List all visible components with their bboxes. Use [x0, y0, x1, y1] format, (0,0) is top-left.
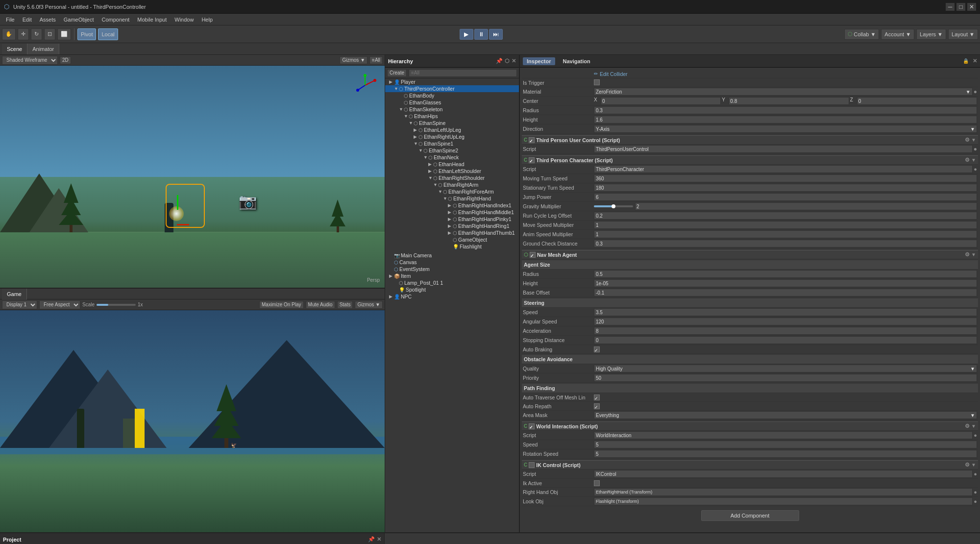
hierarchy-item-npc[interactable]: ▶ 👤 NPC — [385, 293, 519, 300]
maximize-button[interactable]: □ — [956, 3, 965, 11]
hierarchy-item-ethanrighthandindex1[interactable]: ▶ ⬡ EthanRightHandIndex1 — [385, 202, 519, 209]
game-gizmos-button[interactable]: Gizmos ▼ — [355, 301, 383, 309]
stats-button[interactable]: Stats — [337, 301, 353, 309]
tpc-script-icon[interactable]: ● — [974, 166, 977, 172]
hierarchy-item-thirdpersoncontroller[interactable]: ▼ ⬡ ThirdPersonController — [385, 85, 519, 92]
nma-more-icon[interactable]: ▼ — [971, 252, 976, 257]
nma-speed-input[interactable] — [594, 308, 977, 316]
maximize-on-play-button[interactable]: Maximize On Play — [259, 301, 304, 309]
nma-stopping-distance-input[interactable] — [594, 336, 977, 344]
inspector-close-icon[interactable]: ✕ — [973, 58, 977, 64]
hierarchy-create-button[interactable]: Create — [387, 69, 407, 77]
tpuc-enabled-checkbox[interactable] — [529, 137, 535, 143]
ik-active-checkbox[interactable] — [594, 480, 600, 486]
hierarchy-item-ethanrighthandthumb1[interactable]: ▶ ⬡ EthanRightHandThumb1 — [385, 229, 519, 236]
tpc-script-dropdown[interactable]: ThirdPersonCharacter — [594, 165, 973, 173]
hierarchy-maximize-icon[interactable]: ⬡ — [505, 58, 510, 64]
tpuc-more-icon[interactable]: ▼ — [971, 137, 976, 143]
agent-size-section[interactable]: Agent Size — [522, 260, 978, 270]
jump-power-input[interactable] — [594, 193, 977, 201]
wi-enabled-checkbox[interactable] — [529, 423, 535, 429]
hierarchy-item-ethanrightforearm[interactable]: ▼ ⬡ EthanRightForeArm — [385, 188, 519, 195]
ik-enabled-checkbox[interactable] — [529, 462, 535, 468]
anim-speed-input[interactable] — [594, 230, 977, 238]
ik-look-obj-icon[interactable]: ● — [974, 498, 977, 504]
height-input[interactable] — [594, 116, 977, 124]
hierarchy-item-item[interactable]: ▶ 📦 Item — [385, 272, 519, 279]
hierarchy-item-ethanglasses[interactable]: ⬡ EthanGlasses — [385, 99, 519, 106]
tab-scene[interactable]: Scene — [2, 44, 27, 54]
ik-gear-icon[interactable]: ⚙ — [965, 462, 970, 468]
scale-slider[interactable] — [97, 304, 136, 306]
hierarchy-item-ethanspine[interactable]: ▼ ⬡ EthanSpine — [385, 120, 519, 126]
hand-tool-button[interactable]: ✋ — [2, 28, 16, 40]
nma-area-mask-dropdown[interactable]: Everything ▼ — [594, 411, 977, 419]
hierarchy-item-ethanrightshoulder[interactable]: ▼ ⬡ EthanRightShoulder — [385, 174, 519, 181]
ik-right-hand-icon[interactable]: ● — [974, 489, 977, 495]
tab-inspector[interactable]: Inspector — [523, 57, 555, 65]
tab-animator[interactable]: Animator — [27, 44, 59, 54]
wi-speed-input[interactable] — [594, 441, 977, 448]
nma-priority-input[interactable] — [594, 374, 977, 382]
hierarchy-close-icon[interactable]: ✕ — [512, 58, 516, 64]
pivot-button[interactable]: Pivot — [77, 28, 96, 40]
gravity-slider-thumb[interactable] — [612, 204, 615, 208]
minimize-button[interactable]: ─ — [946, 3, 955, 11]
nma-gear-icon[interactable]: ⚙ — [965, 251, 970, 258]
wi-more-icon[interactable]: ▼ — [971, 423, 976, 429]
wi-gear-icon[interactable]: ⚙ — [965, 423, 970, 429]
account-button[interactable]: Account ▼ — [881, 29, 914, 40]
menu-gameobject[interactable]: GameObject — [60, 16, 98, 24]
hierarchy-item-ethanleftshoulder[interactable]: ▶ ⬡ EthanLeftShoulder — [385, 168, 519, 174]
mute-audio-button[interactable]: Mute Audio — [306, 301, 335, 309]
wi-script-dropdown[interactable]: WorldInteraction — [594, 431, 973, 439]
gizmos-button[interactable]: Gizmos ▼ — [340, 56, 368, 64]
project-close-icon[interactable]: ✕ — [377, 536, 381, 543]
pause-button[interactable]: ⏸ — [474, 29, 488, 40]
wi-rotation-speed-input[interactable] — [594, 450, 977, 458]
nma-angular-speed-input[interactable] — [594, 318, 977, 325]
hierarchy-item-ethanbody[interactable]: ⬡ EthanBody — [385, 92, 519, 99]
wi-script-icon[interactable]: ● — [974, 432, 977, 438]
nma-quality-dropdown[interactable]: High Quality ▼ — [594, 365, 977, 372]
center-y-input[interactable] — [729, 97, 849, 105]
tpc-more-icon[interactable]: ▼ — [971, 157, 976, 163]
hierarchy-item-ethanrighthandring1[interactable]: ▶ ⬡ EthanRightHandRing1 — [385, 223, 519, 229]
display-dropdown[interactable]: Display 1 — [2, 300, 37, 309]
ground-check-input[interactable] — [594, 240, 977, 247]
hierarchy-item-ethanneck[interactable]: ▼ ⬡ EthanNeck — [385, 154, 519, 161]
third-person-character-header[interactable]: C Third Person Character (Script) ⚙ ▼ — [522, 155, 978, 165]
nma-acceleration-input[interactable] — [594, 327, 977, 335]
nma-enabled-checkbox[interactable] — [530, 252, 536, 258]
menu-assets[interactable]: Assets — [36, 16, 60, 24]
close-button[interactable]: ✕ — [967, 3, 976, 11]
tpc-gear-icon[interactable]: ⚙ — [965, 157, 970, 163]
all-button[interactable]: ≡All — [369, 56, 383, 64]
center-x-input[interactable] — [601, 97, 721, 105]
material-circle-icon[interactable]: ● — [974, 88, 977, 95]
shading-mode-dropdown[interactable]: Shaded Wireframe — [2, 56, 58, 65]
hierarchy-item-flashlight[interactable]: 💡 Flashlight — [385, 243, 519, 250]
hierarchy-item-ethanrighthandpinky1[interactable]: ▶ ⬡ EthanRightHandPinky1 — [385, 216, 519, 223]
ik-script-dropdown[interactable]: IKControl — [594, 470, 973, 478]
ik-right-hand-dropdown[interactable]: EthanRightHand (Transform) — [594, 488, 973, 496]
gravity-slider[interactable] — [594, 205, 633, 207]
hierarchy-item-ethanrightarm[interactable]: ▼ ⬡ EthanRightArm — [385, 181, 519, 188]
hierarchy-search-input[interactable] — [409, 69, 517, 77]
menu-edit[interactable]: Edit — [19, 16, 36, 24]
add-component-button[interactable]: Add Component — [701, 510, 799, 521]
2d-button[interactable]: 2D — [60, 56, 71, 64]
tab-navigation[interactable]: Navigation — [559, 57, 594, 65]
is-trigger-checkbox[interactable] — [594, 79, 600, 85]
direction-dropdown[interactable]: Y-Axis ▼ — [594, 125, 977, 133]
collab-button[interactable]: ⬡ Collab ▼ — [844, 29, 879, 40]
aspect-dropdown[interactable]: Free Aspect — [39, 300, 80, 309]
tpuc-script-dropdown[interactable]: ThirdPersonUserControl — [594, 145, 973, 153]
inspector-lock-icon[interactable]: 🔒 — [963, 58, 969, 64]
world-interaction-header[interactable]: C World Interaction (Script) ⚙ ▼ — [522, 421, 978, 431]
tpuc-gear-icon[interactable]: ⚙ — [965, 137, 970, 143]
third-person-user-control-header[interactable]: C Third Person User Control (Script) ⚙ ▼ — [522, 135, 978, 145]
nma-auto-traverse-checkbox[interactable] — [594, 395, 600, 400]
hierarchy-item-eventsystem[interactable]: ⬡ EventSystem — [385, 266, 519, 272]
hierarchy-item-ethanhips[interactable]: ▼ ⬡ EthanHips — [385, 113, 519, 120]
